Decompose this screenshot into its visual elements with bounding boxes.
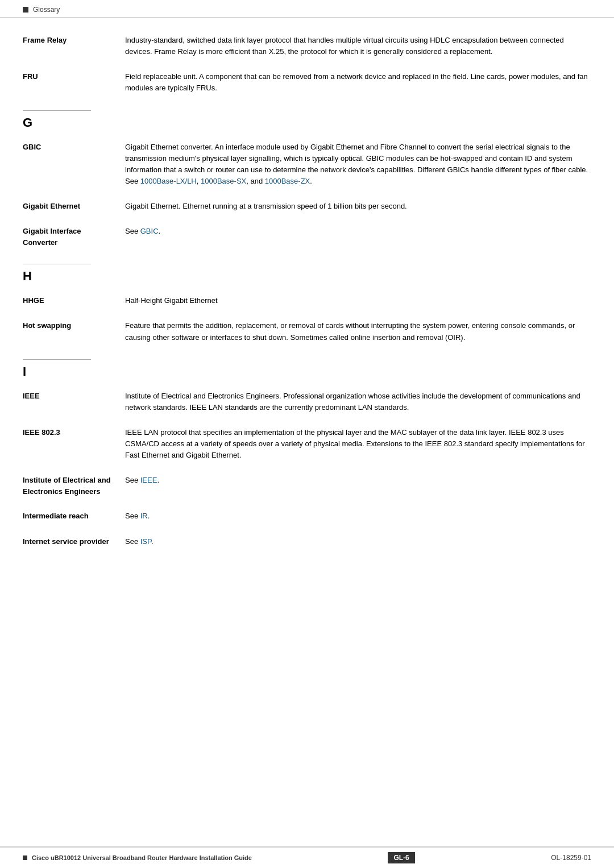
term-gbic: GBIC	[23, 142, 125, 153]
link-1000base-lx[interactable]: 1000Base-LX/LH	[140, 177, 197, 185]
def-hhge: Half-Height Gigabit Ethernet	[125, 295, 591, 306]
h-section-divider: H	[23, 264, 591, 284]
term-hot-swapping: Hot swapping	[23, 320, 125, 331]
term-gigabit-ethernet: Gigabit Ethernet	[23, 201, 125, 212]
def-institute-electrical: See IEEE.	[125, 475, 591, 486]
footer-bookmark-icon	[23, 855, 27, 860]
term-hhge: HHGE	[23, 295, 125, 306]
entry-ieee-802-3: IEEE 802.3 IEEE LAN protocol that specif…	[23, 427, 591, 461]
i-section-letter: I	[23, 364, 591, 379]
link-ir[interactable]: IR	[140, 512, 148, 520]
term-ieee-802-3: IEEE 802.3	[23, 427, 125, 438]
g-divider-line	[23, 110, 91, 111]
def-intermediate-reach: See IR.	[125, 510, 591, 522]
entry-ieee: IEEE Institute of Electrical and Electro…	[23, 391, 591, 413]
link-ieee[interactable]: IEEE	[140, 476, 157, 484]
term-institute-electrical: Institute of Electrical and Electronics …	[23, 475, 125, 497]
i-divider-line	[23, 359, 91, 360]
link-gbic[interactable]: GBIC	[140, 227, 159, 235]
footer-doc-number: OL-18259-01	[551, 854, 591, 862]
page-container: Glossary Frame Relay Industry-standard, …	[0, 0, 614, 868]
g-section-letter: G	[23, 115, 591, 130]
def-fru: Field replaceable unit. A component that…	[125, 71, 591, 94]
entry-gigabit-interface-converter: Gigabit Interface Converter See GBIC.	[23, 226, 591, 248]
entry-gigabit-ethernet: Gigabit Ethernet Gigabit Ethernet. Ether…	[23, 201, 591, 212]
entry-gbic: GBIC Gigabit Ethernet converter. An inte…	[23, 142, 591, 188]
entry-hot-swapping: Hot swapping Feature that permits the ad…	[23, 320, 591, 343]
bookmark-icon	[23, 7, 28, 13]
entry-hhge: HHGE Half-Height Gigabit Ethernet	[23, 295, 591, 306]
entry-institute-electrical: Institute of Electrical and Electronics …	[23, 475, 591, 497]
g-section-divider: G	[23, 110, 591, 130]
def-gigabit-ethernet: Gigabit Ethernet. Ethernet running at a …	[125, 201, 591, 212]
term-ieee: IEEE	[23, 391, 125, 402]
link-isp[interactable]: ISP	[140, 537, 151, 546]
def-ieee: Institute of Electrical and Electronics …	[125, 391, 591, 413]
term-fru: FRU	[23, 71, 125, 82]
main-content: Frame Relay Industry-standard, switched …	[0, 18, 614, 607]
footer-doc-title: Cisco uBR10012 Universal Broadband Route…	[32, 854, 252, 861]
i-section-divider: I	[23, 359, 591, 379]
def-internet-service-provider: See ISP.	[125, 536, 591, 547]
header-title: Glossary	[33, 6, 60, 14]
def-ieee-802-3: IEEE LAN protocol that specifies an impl…	[125, 427, 591, 461]
h-section-letter: H	[23, 269, 591, 284]
term-gigabit-interface-converter: Gigabit Interface Converter	[23, 226, 125, 248]
link-1000base-zx[interactable]: 1000Base-ZX	[265, 177, 310, 185]
term-frame-relay: Frame Relay	[23, 35, 125, 46]
entry-intermediate-reach: Intermediate reach See IR.	[23, 510, 591, 522]
term-intermediate-reach: Intermediate reach	[23, 510, 125, 522]
term-internet-service-provider: Internet service provider	[23, 536, 125, 547]
link-1000base-sx[interactable]: 1000Base-SX	[201, 177, 246, 185]
def-gigabit-interface-converter: See GBIC.	[125, 226, 591, 237]
entry-fru: FRU Field replaceable unit. A component …	[23, 71, 591, 94]
def-frame-relay: Industry-standard, switched data link la…	[125, 35, 591, 57]
page-header: Glossary	[0, 0, 614, 18]
page-footer: Cisco uBR10012 Universal Broadband Route…	[0, 846, 614, 868]
def-gbic: Gigabit Ethernet converter. An interface…	[125, 142, 591, 188]
h-divider-line	[23, 264, 91, 264]
footer-page-number: GL-6	[388, 852, 414, 863]
entry-internet-service-provider: Internet service provider See ISP.	[23, 536, 591, 547]
def-hot-swapping: Feature that permits the addition, repla…	[125, 320, 591, 343]
entry-frame-relay: Frame Relay Industry-standard, switched …	[23, 35, 591, 57]
footer-left: Cisco uBR10012 Universal Broadband Route…	[23, 854, 252, 861]
